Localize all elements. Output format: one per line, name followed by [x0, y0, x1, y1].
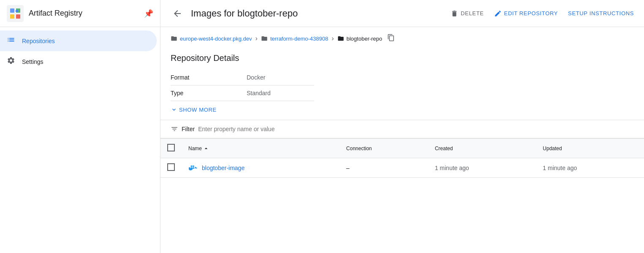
folder-icon-host	[171, 35, 177, 42]
type-key: Type	[171, 85, 247, 101]
breadcrumb-repo-label: blogtober-repo	[347, 36, 383, 42]
th-name: Name	[182, 139, 340, 158]
th-checkbox	[160, 139, 182, 158]
sort-asc-icon	[203, 145, 209, 152]
sidebar-item-repositories[interactable]: Repositories	[0, 30, 157, 51]
filter-icon	[171, 125, 178, 133]
svg-rect-9	[191, 165, 193, 167]
th-name-label: Name	[188, 146, 202, 151]
breadcrumb: europe-west4-docker.pkg.dev › terraform-…	[160, 27, 644, 50]
format-key: Format	[171, 70, 247, 85]
select-all-checkbox[interactable]	[167, 144, 175, 151]
delete-button[interactable]: DELETE	[451, 10, 484, 17]
filter-input[interactable]	[198, 126, 634, 132]
copy-icon[interactable]	[387, 34, 395, 43]
table-row: blogtober-image – 1 minute ago 1 minute …	[160, 158, 644, 178]
breadcrumb-host-label: europe-west4-docker.pkg.dev	[180, 36, 252, 42]
breadcrumb-project[interactable]: terraform-demo-438908	[261, 35, 328, 42]
pin-icon[interactable]: 📌	[144, 9, 153, 18]
top-header: Artifact Registry 📌 Images for blogtober…	[0, 0, 644, 27]
delete-label: DELETE	[461, 10, 484, 16]
sidebar: Repositories Settings	[0, 27, 160, 253]
images-table: Name Connection Created Updated	[160, 138, 644, 178]
section-title: Repository Details	[171, 53, 634, 63]
format-value: Docker	[247, 70, 314, 85]
svg-rect-10	[193, 165, 194, 167]
details-row-format: Format Docker	[171, 70, 314, 85]
edit-repository-label: EDIT REPOSITORY	[504, 10, 558, 16]
folder-icon-project	[261, 35, 268, 42]
svg-rect-4	[16, 14, 20, 19]
back-button[interactable]	[171, 7, 184, 20]
main-header: Images for blogtober-repo DELETE EDIT RE…	[160, 7, 644, 20]
th-created: Created	[428, 139, 536, 158]
repo-details-section: Repository Details Format Docker Type St…	[160, 50, 644, 120]
breadcrumb-sep-2: ›	[332, 35, 334, 42]
row-created: 1 minute ago	[435, 165, 469, 171]
breadcrumb-project-label: terraform-demo-438908	[270, 36, 328, 42]
chevron-down-icon	[171, 106, 177, 113]
details-table: Format Docker Type Standard	[171, 70, 314, 101]
settings-icon	[7, 56, 15, 67]
filter-bar: Filter	[160, 120, 644, 138]
row-checkbox-cell	[160, 158, 182, 178]
th-connection: Connection	[340, 139, 428, 158]
type-value: Standard	[247, 85, 314, 101]
row-checkbox[interactable]	[167, 163, 175, 171]
sidebar-item-settings[interactable]: Settings	[0, 51, 157, 72]
table-header-row: Name Connection Created Updated	[160, 139, 644, 158]
breadcrumb-host[interactable]: europe-west4-docker.pkg.dev	[171, 35, 252, 42]
edit-repository-button[interactable]: EDIT REPOSITORY	[494, 10, 558, 17]
row-name-cell: blogtober-image	[182, 158, 340, 178]
row-updated-cell: 1 minute ago	[536, 158, 644, 178]
breadcrumb-sep-1: ›	[255, 35, 258, 42]
svg-rect-0	[7, 5, 24, 22]
breadcrumb-repo: blogtober-repo	[337, 35, 383, 42]
image-link[interactable]: blogtober-image	[188, 165, 333, 171]
details-row-type: Type Standard	[171, 85, 314, 101]
settings-label: Settings	[22, 58, 43, 65]
th-updated: Updated	[536, 139, 644, 158]
repositories-icon	[7, 36, 15, 46]
header-actions: DELETE EDIT REPOSITORY SETUP INSTRUCTION…	[451, 10, 634, 17]
repositories-label: Repositories	[22, 38, 55, 44]
row-updated: 1 minute ago	[543, 165, 577, 171]
svg-rect-1	[10, 8, 14, 13]
sidebar-logo-area: Artifact Registry 📌	[0, 0, 160, 27]
filter-label: Filter	[182, 126, 195, 132]
show-more-button[interactable]: SHOW MORE	[171, 106, 217, 113]
app-logo	[7, 5, 24, 22]
row-created-cell: 1 minute ago	[428, 158, 536, 178]
row-connection: –	[346, 165, 350, 171]
image-name: blogtober-image	[202, 165, 245, 171]
docker-icon	[188, 165, 198, 171]
show-more-label: SHOW MORE	[179, 107, 217, 113]
setup-instructions-button[interactable]: SETUP INSTRUCTIONS	[568, 10, 634, 16]
body-layout: Repositories Settings europe-west4-docke…	[0, 27, 644, 253]
page-title: Images for blogtober-repo	[191, 8, 444, 19]
svg-rect-3	[10, 14, 14, 19]
setup-instructions-label: SETUP INSTRUCTIONS	[568, 10, 634, 16]
folder-icon-repo	[337, 35, 344, 42]
main-content: europe-west4-docker.pkg.dev › terraform-…	[160, 27, 644, 253]
app-title: Artifact Registry	[29, 9, 144, 18]
row-connection-cell: –	[340, 158, 428, 178]
